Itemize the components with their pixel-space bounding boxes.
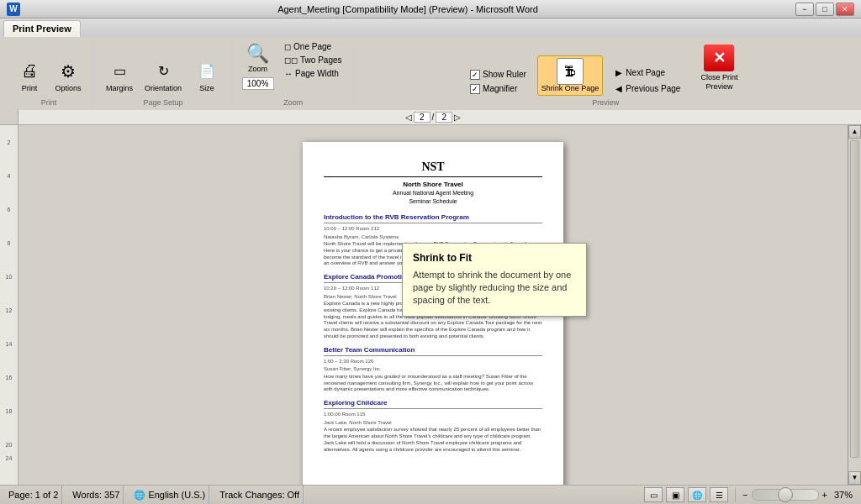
margins-icon: ▭ xyxy=(106,58,133,85)
track-changes-text: Track Changes: Off xyxy=(219,490,299,500)
zoom-percent-status: 37% xyxy=(831,490,856,500)
zoom-value-input[interactable] xyxy=(242,77,274,90)
page-indicator: ◁ xyxy=(405,113,412,122)
page-status: Page: 1 of 2 xyxy=(5,486,62,504)
shrink-icon: 🗜 xyxy=(557,58,584,85)
vertical-scrollbar[interactable]: ▲ ▼ xyxy=(848,125,861,485)
word-count-text: Words: 357 xyxy=(72,490,119,500)
one-page-icon: ◻ xyxy=(284,42,291,51)
doc-company: North Shore Travel xyxy=(324,180,542,189)
track-changes-status: Track Changes: Off xyxy=(216,486,304,504)
options-icon: ⚙ xyxy=(55,58,82,85)
doc-header: NST North Shore Travel Annual National A… xyxy=(324,159,542,206)
window-title: Agent_Meeting [Compatibility Mode] (Prev… xyxy=(277,4,538,14)
print-group-label: Print xyxy=(41,98,57,107)
orientation-label: Orientation xyxy=(145,85,182,93)
view-layout-button[interactable]: ▣ xyxy=(666,487,684,502)
section-body-2: How many times have you graded or misund… xyxy=(324,374,542,393)
show-ruler-checkbox: ✓ xyxy=(470,70,480,80)
ribbon-tabs: Print Preview xyxy=(0,18,861,37)
language-status: 🌐 English (U.S.) xyxy=(130,486,209,504)
preview-group-label: Preview xyxy=(592,98,619,107)
page-num-box: 2 xyxy=(414,112,430,123)
restore-button[interactable]: □ xyxy=(816,3,834,16)
view-web-button[interactable]: 🌐 xyxy=(688,487,706,502)
page-width-label: Page Width xyxy=(295,69,339,78)
two-pages-button[interactable]: ◻◻ Two Pages xyxy=(280,54,346,66)
scroll-down-button[interactable]: ▼ xyxy=(848,471,861,485)
doc-nst: NST xyxy=(324,159,542,178)
section-body-3: A recent employee satisfaction survey sh… xyxy=(324,427,542,453)
zoom-plus-button[interactable]: + xyxy=(822,490,827,500)
page-total-box: 2 xyxy=(436,112,452,123)
page-width-icon: ↔ xyxy=(284,69,293,78)
section-time-2: 1:00 – 2:30 Room 120 xyxy=(324,358,542,365)
ribbon-group-print: 🖨 Print ⚙ Options Print xyxy=(5,40,93,107)
options-button[interactable]: ⚙ Options xyxy=(50,55,86,96)
zoom-button[interactable]: 🔍 Zoom xyxy=(240,40,275,76)
size-button[interactable]: 📄 Size xyxy=(189,55,224,96)
doc-seminar-schedule: Seminar Schedule xyxy=(324,197,542,206)
orientation-button[interactable]: ↻ Orientation xyxy=(140,55,186,96)
next-page-button[interactable]: ▶ Next Page xyxy=(610,66,686,80)
shrink-one-page-button[interactable]: 🗜 Shrink One Page xyxy=(537,55,604,96)
one-page-label: One Page xyxy=(293,42,331,51)
section-title-0: Introduction to the RVB Reservation Prog… xyxy=(324,213,542,223)
scroll-thumb[interactable] xyxy=(850,140,859,458)
show-ruler-toggle[interactable]: ✓ Show Ruler xyxy=(466,68,531,81)
zoom-slider[interactable] xyxy=(752,489,819,501)
tab-print-preview[interactable]: Print Preview xyxy=(3,20,81,37)
page-status-text: Page: 1 of 2 xyxy=(8,490,58,500)
size-icon: 📄 xyxy=(193,58,220,85)
section-title-2: Better Team Communication xyxy=(324,345,542,356)
ribbon-group-preview: ✓ Show Ruler ✓ Magnifier 🗜 Shrink One Pa… xyxy=(356,40,856,107)
options-label: Options xyxy=(55,85,81,93)
magnifier-label: Magnifier xyxy=(483,84,517,93)
ribbon-content: 🖨 Print ⚙ Options Print ▭ Margins ↻ Orie… xyxy=(0,37,861,110)
status-bar: Page: 1 of 2 Words: 357 🌐 English (U.S.)… xyxy=(0,485,861,504)
page-indicator-right: ▷ xyxy=(454,113,461,122)
minimize-button[interactable]: − xyxy=(795,3,814,16)
magnifier-checkbox: ✓ xyxy=(470,84,480,94)
print-label: Print xyxy=(22,85,38,93)
vertical-ruler: 2 4 6 8 10 12 14 16 18 20 24 xyxy=(0,125,18,485)
tooltip-body: Attempt to shrink the document by one pa… xyxy=(413,269,576,307)
margins-button[interactable]: ▭ Margins xyxy=(102,55,137,96)
margins-label: Margins xyxy=(106,85,133,93)
tooltip-title: Shrink to Fit xyxy=(413,252,576,264)
print-button[interactable]: 🖨 Print xyxy=(12,55,47,96)
prev-page-button[interactable]: ◀ Previous Page xyxy=(610,81,686,96)
zoom-group-label: Zoom xyxy=(283,98,303,107)
scroll-up-button[interactable]: ▲ xyxy=(848,125,861,139)
print-icon: 🖨 xyxy=(16,58,43,85)
two-pages-icon: ◻◻ xyxy=(284,55,298,65)
section-time-3: 1:00:00 Room 115 xyxy=(324,411,542,417)
shrink-tooltip: Shrink to Fit Attempt to shrink the docu… xyxy=(402,243,587,317)
close-preview-icon: ✕ xyxy=(704,45,734,71)
close-button[interactable]: ✕ xyxy=(836,3,854,16)
nav-buttons: ▶ Next Page ◀ Previous Page xyxy=(610,66,686,96)
language-flag: 🌐 xyxy=(134,490,145,501)
shrink-label: Shrink One Page xyxy=(541,85,600,93)
two-pages-label: Two Pages xyxy=(300,55,341,65)
one-page-button[interactable]: ◻ One Page xyxy=(280,40,346,53)
next-page-icon: ▶ xyxy=(615,68,622,77)
show-ruler-label: Show Ruler xyxy=(483,70,526,79)
section-presenter-3: Jack Lake, North Shore Travel xyxy=(324,419,542,426)
view-outline-button[interactable]: ☰ xyxy=(710,487,728,502)
next-page-label: Next Page xyxy=(626,68,665,77)
size-label: Size xyxy=(199,85,214,93)
zoom-icon: 🔍 xyxy=(246,43,269,65)
title-bar: W Agent_Meeting [Compatibility Mode] (Pr… xyxy=(0,0,861,18)
page-width-button[interactable]: ↔ Page Width xyxy=(280,67,346,80)
page-setup-group-label: Page Setup xyxy=(144,98,183,107)
close-preview-label: Close PrintPreview xyxy=(700,73,737,92)
section-presenter-0: Natasha Byram, Carlisle Systems xyxy=(324,234,542,240)
language-text: English (U.S.) xyxy=(148,490,205,500)
ribbon-group-page-setup: ▭ Margins ↻ Orientation 📄 Size Page Setu… xyxy=(95,40,232,107)
view-normal-button[interactable]: ▭ xyxy=(644,487,663,502)
magnifier-toggle[interactable]: ✓ Magnifier xyxy=(466,82,531,96)
zoom-minus-button[interactable]: − xyxy=(742,490,747,500)
close-print-preview-button[interactable]: ✕ Close PrintPreview xyxy=(693,40,745,96)
section-presenter-2: Susan Fitter, Synergy Inc. xyxy=(324,365,542,372)
